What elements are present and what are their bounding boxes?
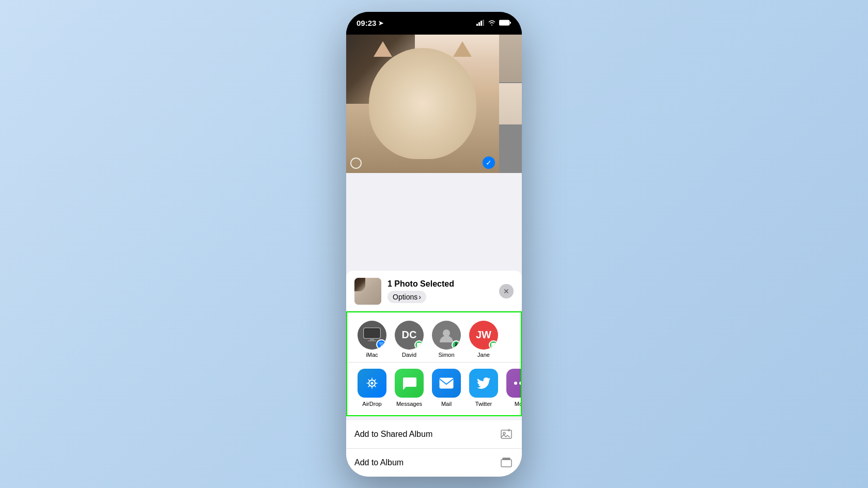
app-messages[interactable]: Messages [393, 369, 426, 407]
battery-icon [499, 19, 512, 27]
svg-rect-2 [481, 21, 482, 26]
more-label: Mo... [515, 401, 521, 407]
app-airdrop[interactable]: AirDrop [355, 369, 389, 407]
side-photo-top [499, 35, 522, 82]
person-imac[interactable]: iMac [355, 321, 389, 358]
mail-icon [432, 369, 461, 398]
share-sheet: 1 Photo Selected Options › ✕ [346, 271, 522, 477]
whatsapp-badge: 📱 [452, 340, 461, 350]
jane-avatar: JW [469, 321, 498, 350]
svg-rect-1 [478, 22, 480, 26]
phone-content: ✓ 1 Photo Selected Options [346, 35, 522, 477]
people-apps-section: iMac DC [346, 311, 522, 416]
phone-frame: 09:23 ➤ [346, 12, 522, 477]
svg-rect-20 [503, 458, 510, 460]
side-photo-mid [499, 83, 522, 124]
svg-rect-9 [368, 340, 376, 341]
location-icon: ➤ [378, 20, 383, 27]
add-shared-album-label: Add to Shared Album [354, 430, 432, 439]
twitter-label: Twitter [475, 401, 492, 407]
david-avatar: DC [395, 321, 424, 350]
messages-icon [395, 369, 424, 398]
more-icon [506, 369, 521, 398]
chevron-right-icon: › [419, 293, 421, 301]
svg-rect-0 [476, 24, 478, 26]
svg-rect-7 [365, 329, 379, 337]
simon-avatar: 📱 [432, 321, 461, 350]
wifi-icon [488, 19, 496, 27]
person-david[interactable]: DC David [393, 321, 426, 358]
album-icon [499, 455, 514, 470]
photo-side-strip [499, 35, 522, 173]
close-button[interactable]: ✕ [499, 284, 514, 298]
photo-thumbnail [354, 278, 381, 305]
selected-badge: ✓ [483, 156, 495, 169]
svg-rect-13 [440, 378, 453, 388]
airdrop-icon [358, 369, 386, 398]
people-scroll: iMac DC [347, 321, 521, 358]
imac-label: iMac [366, 352, 378, 358]
action-add-album[interactable]: Add to Album [346, 449, 522, 477]
jane-label: Jane [477, 352, 490, 358]
app-more[interactable]: Mo... [504, 369, 521, 407]
actions-list: Add to Shared Album Add to Album [346, 420, 522, 477]
app-twitter[interactable]: Twitter [467, 369, 500, 407]
signal-icon [476, 19, 485, 27]
add-album-label: Add to Album [354, 458, 404, 467]
people-row: iMac DC [347, 312, 521, 363]
mail-label: Mail [441, 401, 452, 407]
wifi-badge [376, 339, 386, 350]
jane-initials: JW [476, 329, 491, 341]
photo-strip: ✓ [346, 35, 522, 173]
cat-photo [346, 35, 499, 173]
status-left: 09:23 ➤ [357, 19, 383, 27]
svg-rect-5 [510, 22, 511, 24]
svg-point-14 [514, 382, 517, 385]
status-bar: 09:23 ➤ [346, 12, 522, 35]
svg-rect-19 [501, 460, 512, 467]
david-label: David [402, 352, 416, 358]
side-photo-bottom [499, 125, 522, 173]
app-mail[interactable]: Mail [430, 369, 463, 407]
photo-count-label: 1 Photo Selected [388, 279, 493, 289]
person-simon[interactable]: 📱 Simon [430, 321, 463, 358]
main-photo: ✓ [346, 35, 499, 173]
apps-row: AirDrop Messages [347, 363, 521, 415]
svg-point-12 [371, 382, 374, 384]
options-button[interactable]: Options › [388, 291, 426, 303]
action-add-shared-album[interactable]: Add to Shared Album [346, 420, 522, 449]
select-circle [350, 158, 362, 169]
svg-point-18 [503, 432, 505, 434]
svg-rect-8 [370, 338, 374, 340]
messages-badge [414, 340, 424, 350]
messages-label: Messages [396, 401, 422, 407]
share-header: 1 Photo Selected Options › ✕ [346, 271, 522, 311]
person-jane[interactable]: JW Jane [467, 321, 500, 358]
thumb-image [354, 278, 381, 305]
share-header-info: 1 Photo Selected Options › [388, 279, 493, 303]
status-right [476, 19, 512, 27]
svg-rect-4 [499, 20, 509, 25]
options-label: Options [393, 293, 417, 301]
simon-label: Simon [438, 352, 454, 358]
time-display: 09:23 [357, 19, 376, 27]
svg-point-10 [443, 329, 450, 337]
apps-scroll: AirDrop Messages [347, 369, 521, 407]
david-initials: DC [402, 329, 417, 341]
svg-point-15 [519, 382, 521, 385]
imac-avatar [358, 321, 386, 350]
close-icon: ✕ [503, 287, 509, 295]
jane-messages-badge [489, 340, 498, 350]
airdrop-label: AirDrop [362, 401, 381, 407]
svg-rect-3 [483, 20, 484, 26]
twitter-icon [469, 369, 498, 398]
shared-album-icon [499, 427, 514, 442]
